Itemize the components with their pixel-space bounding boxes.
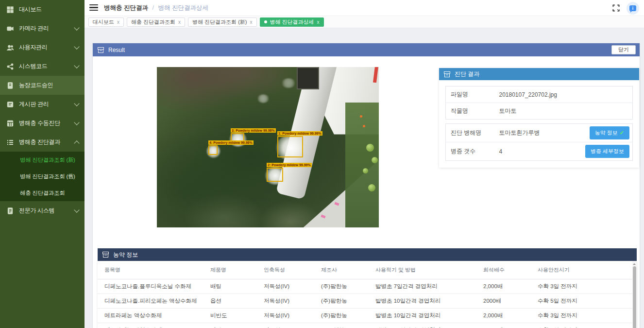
check-icon: ✓ [620, 130, 624, 136]
pesticide-cell: 메트라페논 액상수화제 [98, 309, 203, 323]
detection-label-1: 1: Powdery mildew 99.99% [277, 131, 322, 136]
photo-pot [297, 67, 319, 89]
symptom-detail-button[interactable]: 병증 세부정보 [585, 145, 629, 158]
archive-icon [98, 47, 104, 53]
photo-tomato [363, 168, 368, 173]
pesticide-column-header: 품목명 [98, 261, 203, 279]
diagnosis-row: 파일명20180107_220702.jpg [446, 86, 633, 103]
pesticide-cell: (주)팜한농 [314, 279, 369, 294]
info-button[interactable]: i [627, 2, 639, 15]
sidebar-item-label: 사용자관리 [19, 43, 75, 52]
sidebar-item-0[interactable]: 대시보드 [0, 0, 85, 19]
sidebar-item-label: 병해 진단결과조회 (舊) [20, 173, 79, 180]
sidebar-item-5[interactable]: 게시판 관리 [0, 95, 85, 114]
diagnosis-row-label: 파일명 [446, 86, 492, 103]
tab-close-icon[interactable]: x [250, 19, 253, 25]
board-icon [7, 101, 14, 108]
diagnosis-table-group: 파일명20180107_220702.jpg작물명토마토 [445, 86, 633, 120]
tab-label: 대시보드 [93, 18, 114, 26]
sidebar-item-label: 병해충 수동진단 [19, 119, 75, 127]
tab-close-icon[interactable]: x [317, 19, 320, 25]
sidebar-item-7[interactable]: 병해충 진단결과 [0, 133, 85, 152]
scrollbar-thumb[interactable] [633, 266, 636, 328]
mildew-spot [281, 78, 296, 88]
sidebar-item-6[interactable]: 병해충 수동진단 [0, 114, 85, 133]
detection-box-2 [267, 168, 283, 182]
photo-flower [360, 115, 362, 118]
chevron-down-icon [74, 63, 79, 68]
hamburger-menu-icon[interactable] [89, 4, 98, 11]
diagnosis-row-label: 진단 병해명 [446, 124, 492, 142]
detection-label-3: 3: Powdery mildew 99.98% [231, 128, 276, 133]
dashboard-icon [7, 6, 14, 13]
sidebar-item-9[interactable]: 병해 진단결과조회 (舊) [0, 168, 85, 185]
pesticide-cell: 수확 5일 전까지 [531, 294, 637, 309]
pesticide-cell: 배팅 [203, 279, 257, 294]
chevron-down-icon [74, 207, 79, 212]
table-scrollbar[interactable] [632, 261, 637, 328]
close-button[interactable]: 닫기 [611, 45, 636, 54]
result-panel-title: Result [108, 47, 125, 53]
tab-bar: 대시보드x해충 진단결과조회x병해 진단결과조회 (新)x병해 진단결과상세x [85, 16, 644, 28]
sidebar-item-4[interactable]: 농장코드승인 [0, 76, 85, 95]
sidebar-item-label: 해충 진단결과조회 [20, 190, 79, 197]
result-panel-body: 1: Powdery mildew 99.99%2: Powdery milde… [93, 56, 640, 328]
mildew-spot [257, 94, 270, 103]
chevron-down-icon [74, 120, 79, 125]
sidebar-item-1[interactable]: 카메라 관리 [0, 19, 85, 38]
sidebar-item-2[interactable]: 사용자관리 [0, 38, 85, 57]
pesticide-row[interactable]: 디페노코나졸.피리오페논 액상수화제옵션저독성(IV)(주)팜한농발병초 10일… [98, 294, 637, 309]
archive-icon [102, 252, 109, 258]
manual-diagnosis-icon [7, 120, 14, 127]
active-tab-dot [264, 20, 267, 23]
pesticide-cell: (주)팜한농 [314, 294, 369, 309]
pesticide-row[interactable]: 메트라페논 액상수화제비반도저독성(IV)(주)팜한농발병초 10일간격 경엽처… [98, 309, 637, 323]
pesticide-cell: 발병초 10일간격 경엽처리 [369, 309, 476, 323]
breadcrumb-section: 병해충 진단결과 [104, 4, 148, 11]
sidebar-item-11[interactable]: 전문가 시스템 [0, 201, 85, 220]
pesticide-cell: 저독성(IV) [257, 294, 314, 309]
tab-0[interactable]: 대시보드x [88, 17, 124, 27]
sidebar-item-10[interactable]: 해충 진단결과조회 [0, 185, 85, 201]
topbar: 병해충 진단결과 / 병해 진단결과상세 i [85, 0, 644, 16]
pesticide-cell: 비반도 [203, 323, 257, 328]
sidebar-item-label: 카메라 관리 [19, 24, 75, 33]
pesticide-table: 품목명제품명인축독성제조사사용적기 및 방법희석배수사용안전시기 디페노코나졸.… [98, 261, 637, 328]
fullscreen-icon[interactable] [612, 4, 620, 12]
users-icon [7, 44, 14, 51]
sidebar-item-label: 전문가 시스템 [19, 207, 75, 215]
chevron-down-icon [74, 44, 79, 49]
pesticide-panel-title: 농약 정보 [113, 251, 138, 259]
result-panel: Result 닫기 [92, 43, 640, 328]
diagnosis-row-label: 병증 갯수 [446, 142, 492, 161]
diagnosis-panel-title: 진단 결과 [455, 70, 479, 78]
sidebar-item-8[interactable]: 병해 진단결과조회 (新) [0, 152, 85, 168]
breadcrumb-page: 병해 진단결과상세 [158, 4, 208, 11]
pesticide-row[interactable]: 메트라페논 액상수화제비반도저독성(IV)(주)팜한농발병초 10일간격 경엽처… [98, 323, 637, 328]
pesticide-cell: 발병초 10일간격 경엽처리 [369, 323, 476, 328]
sidebar: 대시보드카메라 관리사용자관리시스템코드농장코드승인게시판 관리병해충 수동진단… [0, 0, 85, 328]
pesticide-cell: 수확 3일 전까지 [531, 309, 637, 323]
sidebar-nav: 대시보드카메라 관리사용자관리시스템코드농장코드승인게시판 관리병해충 수동진단… [0, 0, 85, 220]
pesticide-cell: 저독성(IV) [257, 323, 314, 328]
pesticide-column-header: 제조사 [314, 261, 369, 279]
pesticide-info-button[interactable]: 농약 정보✓ [590, 126, 629, 139]
detection-box-1 [277, 136, 303, 157]
tab-3[interactable]: 병해 진단결과상세x [260, 17, 324, 27]
tab-close-icon[interactable]: x [178, 19, 181, 25]
diagnosis-table: 파일명20180107_220702.jpg작물명토마토진단 병해명토마토흰가루… [439, 80, 639, 168]
sidebar-item-label: 병해 진단결과조회 (新) [20, 156, 79, 164]
diagnosis-row-value: 4 [492, 142, 573, 161]
pesticide-cell: 발병초 10일간격 경엽처리 [369, 294, 476, 309]
pesticide-row[interactable]: 디페노코나졸.플루디옥소닐 수화제배팅저독성(IV)(주)팜한농발병초 7일간격… [98, 279, 637, 294]
scrollbar-up-arrow-icon[interactable] [633, 262, 636, 265]
topbar-actions: i [612, 0, 639, 16]
tab-close-icon[interactable]: x [117, 19, 119, 25]
system-code-icon [7, 63, 14, 70]
tab-1[interactable]: 해충 진단결과조회x [127, 17, 185, 27]
sidebar-item-3[interactable]: 시스템코드 [0, 57, 85, 76]
detection-label-2: 2: Powdery mildew 99.99% [267, 163, 312, 167]
tab-2[interactable]: 병해 진단결과조회 (新)x [188, 17, 256, 27]
main-area: 병해충 진단결과 / 병해 진단결과상세 i 대시보드x해충 진단결과조회x병해… [85, 0, 644, 328]
camera-icon [7, 25, 14, 32]
